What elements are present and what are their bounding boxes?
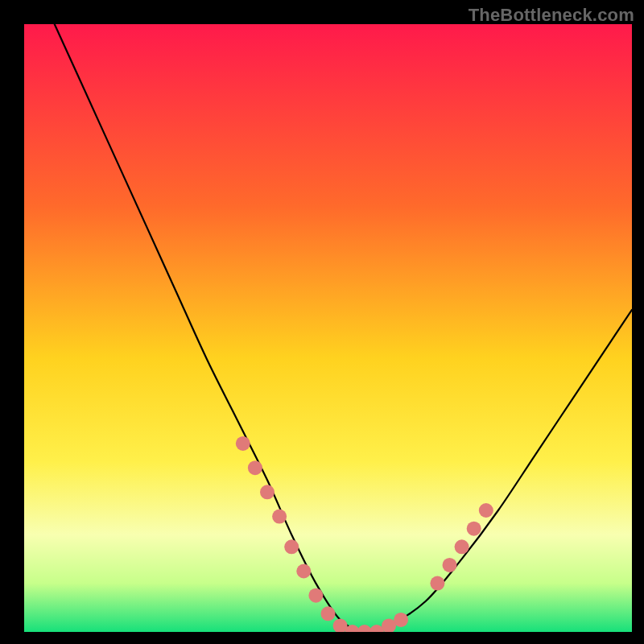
curve-marker [479, 503, 493, 518]
curve-marker [260, 485, 275, 499]
curve-marker [467, 522, 481, 536]
curve-marker [443, 558, 457, 572]
curve-marker [430, 576, 444, 591]
curve-marker [394, 613, 408, 627]
curve-marker [308, 588, 323, 603]
curve-marker [284, 539, 299, 554]
chart-stage: TheBottleneck.com [0, 0, 644, 644]
curve-marker [455, 539, 469, 554]
curve-marker [321, 606, 336, 621]
bottleneck-chart [0, 0, 644, 644]
curve-marker [236, 436, 250, 451]
curve-marker [248, 460, 262, 475]
curve-marker [296, 564, 311, 579]
curve-marker [272, 510, 287, 524]
watermark-text: TheBottleneck.com [469, 5, 634, 26]
plot-background [24, 24, 632, 632]
